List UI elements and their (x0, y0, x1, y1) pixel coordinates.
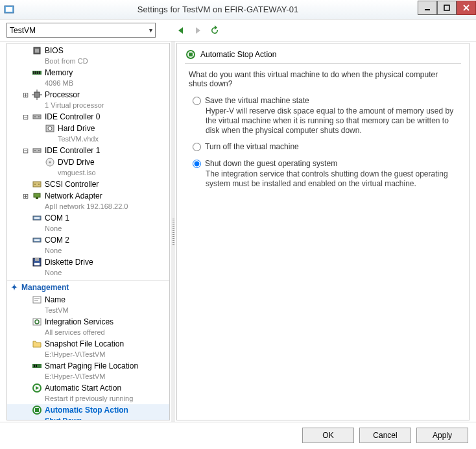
panel-question: What do you want this virtual machine to… (189, 70, 457, 88)
tree-item-sublabel: E:\Hyper-V\TestVM (45, 371, 138, 382)
tree-item-label: Memory (45, 67, 73, 78)
minimize-button[interactable] (418, 1, 437, 15)
radio-input[interactable] (193, 97, 201, 105)
svg-rect-38 (34, 239, 40, 241)
apply-button[interactable]: Apply (416, 428, 468, 443)
tree-item[interactable]: DVD Drivevmguest.iso (7, 156, 169, 178)
svg-point-32 (38, 184, 40, 185)
folder-icon (32, 339, 42, 349)
tree-item[interactable]: Memory4096 MB (7, 67, 169, 89)
tree-item[interactable]: ⊟IDE Controller 1 (7, 145, 169, 156)
app-icon (4, 5, 14, 15)
svg-rect-41 (34, 263, 40, 265)
dialog-buttons: OK Cancel Apply (0, 422, 476, 448)
tree-item-sublabel: None (45, 223, 69, 234)
splitter[interactable] (171, 42, 175, 422)
close-button[interactable] (457, 1, 476, 15)
refresh-button[interactable] (209, 25, 220, 36)
svg-rect-20 (33, 115, 41, 119)
chevron-down-icon: ▾ (149, 27, 152, 34)
tree-item[interactable]: SCSI Controller (7, 178, 169, 190)
tree-item[interactable]: Diskette DriveNone (7, 256, 169, 278)
svg-rect-12 (35, 71, 36, 74)
tree-item[interactable]: BIOSBoot from CD (7, 45, 169, 67)
tree-item[interactable]: ⊟IDE Controller 0 (7, 111, 169, 123)
svg-marker-6 (178, 27, 183, 34)
tree-item-label: COM 2 (45, 235, 69, 245)
svg-rect-30 (33, 182, 41, 187)
chip-icon (32, 45, 42, 56)
tree-item[interactable]: Automatic Stop ActionShut Down (7, 404, 169, 420)
svg-rect-48 (34, 365, 35, 367)
management-section-header: ✦Management (7, 280, 169, 294)
option-description: Hyper-V will reserve disk space equal to… (206, 106, 457, 136)
tree-item[interactable]: ⊞Processor1 Virtual processor (7, 89, 169, 111)
stop-action-option[interactable]: Save the virtual machine state (193, 96, 457, 105)
network-icon (32, 191, 42, 201)
name-icon (32, 295, 42, 305)
svg-point-21 (34, 116, 36, 117)
tree-item-label: SCSI Controller (45, 179, 99, 189)
svg-point-24 (48, 127, 52, 130)
svg-rect-42 (33, 297, 41, 303)
maximize-button[interactable] (437, 1, 457, 15)
stop-icon (32, 405, 42, 415)
tree-item-sublabel: Shut Down (45, 415, 128, 420)
nav-back-button[interactable] (175, 25, 187, 36)
tree-item[interactable]: ⊞Network AdapterApII network 192.168.22.… (7, 190, 169, 212)
svg-rect-14 (39, 71, 40, 74)
svg-rect-25 (33, 149, 41, 152)
option-label: Save the virtual machine state (205, 96, 309, 105)
tree-item-sublabel: None (45, 245, 69, 256)
svg-rect-3 (444, 5, 449, 10)
svg-rect-33 (34, 193, 40, 197)
stop-action-option[interactable]: Shut down the guest operating system (193, 159, 457, 168)
tree-item[interactable]: Smart Paging File LocationE:\Hyper-V\Tes… (7, 360, 169, 382)
svg-rect-1 (6, 7, 12, 12)
memory-icon (32, 67, 42, 78)
svg-rect-49 (36, 365, 37, 367)
tree-item-label: Automatic Start Action (45, 383, 133, 393)
controller-icon (32, 145, 42, 156)
tree-item-sublabel: None (45, 267, 93, 278)
tree-item-label: Hard Drive (58, 123, 99, 134)
expander-icon[interactable]: ⊞ (21, 191, 29, 201)
option-label: Turn off the virtual machine (205, 142, 299, 151)
tree-item-sublabel: TestVM (45, 305, 69, 315)
tree-item-sublabel: 1 Virtual processor (45, 100, 104, 110)
tree-item[interactable]: COM 1None (7, 212, 169, 234)
nav-forward-button[interactable] (192, 25, 204, 36)
details-panel: Automatic Stop Action What do you want t… (176, 43, 470, 420)
expander-icon[interactable]: ⊟ (21, 112, 29, 122)
tree-item-label: Diskette Drive (45, 257, 93, 267)
svg-rect-11 (33, 71, 34, 74)
tree-item-label: DVD Drive (58, 157, 96, 167)
ok-button[interactable]: OK (302, 428, 354, 443)
tree-item[interactable]: Integration ServicesAll services offered (7, 316, 169, 338)
svg-point-26 (34, 150, 36, 151)
section-label: Management (21, 283, 69, 292)
radio-input[interactable] (193, 160, 201, 168)
controller-icon (32, 112, 42, 122)
settings-tree[interactable]: BIOSBoot from CDMemory4096 MB⊞Processor1… (6, 43, 170, 420)
tree-item-label: Automatic Stop Action (45, 405, 128, 415)
expander-icon[interactable]: ⊟ (21, 145, 29, 156)
panel-title: Automatic Stop Action (200, 50, 276, 59)
cancel-button[interactable]: Cancel (359, 428, 411, 443)
window-buttons (418, 1, 476, 15)
tree-item[interactable]: Snapshot File LocationE:\Hyper-V\TestVM (7, 338, 169, 360)
tree-item-sublabel: E:\Hyper-V\TestVM (45, 349, 124, 359)
com-icon (32, 213, 42, 223)
tree-item[interactable]: Hard DriveTestVM.vhdx (7, 123, 169, 145)
stop-action-option[interactable]: Turn off the virtual machine (193, 142, 457, 151)
expander-icon[interactable]: ⊞ (21, 90, 29, 100)
tree-item[interactable]: Automatic Start ActionRestart if previou… (7, 382, 169, 404)
tree-item-label: Name (45, 295, 69, 305)
radio-input[interactable] (193, 143, 201, 151)
svg-rect-53 (35, 408, 39, 412)
panel-header: Automatic Stop Action (185, 49, 461, 64)
tree-item[interactable]: COM 2None (7, 234, 169, 256)
vm-selector[interactable]: TestVM ▾ (6, 23, 156, 38)
tree-item[interactable]: NameTestVM (7, 294, 169, 316)
content-area: BIOSBoot from CDMemory4096 MB⊞Processor1… (0, 42, 476, 422)
